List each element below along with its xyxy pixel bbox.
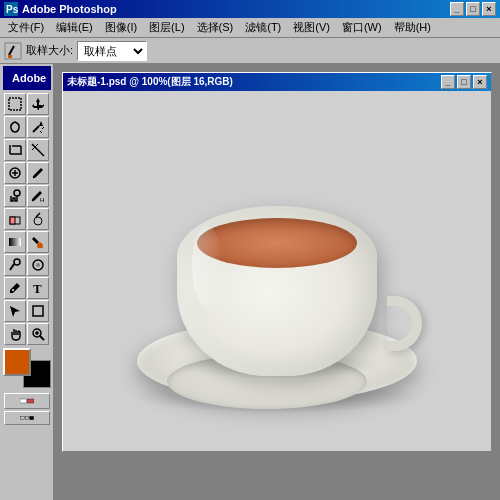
zoom-tool[interactable] <box>27 323 49 345</box>
sample-size-select[interactable]: 取样点 3×3平均 5×5平均 <box>77 41 147 61</box>
doc-title: 未标题-1.psd @ 100%(图层 16,RGB) <box>67 75 233 89</box>
menu-filter[interactable]: 滤镜(T) <box>239 18 287 37</box>
minimize-button[interactable]: _ <box>450 2 464 16</box>
tool-row-11 <box>4 323 49 345</box>
svg-line-11 <box>42 127 44 129</box>
svg-line-30 <box>10 264 14 270</box>
paint-bucket-tool[interactable] <box>27 231 49 253</box>
menu-bar: 文件(F) 编辑(E) 图像(I) 图层(L) 选择(S) 滤镜(T) 视图(V… <box>0 18 500 38</box>
maximize-button[interactable]: □ <box>466 2 480 16</box>
blur-tool[interactable] <box>27 254 49 276</box>
tool-row-5: H <box>4 185 49 207</box>
svg-point-32 <box>36 263 40 267</box>
svg-rect-28 <box>9 238 21 246</box>
gradient-tool[interactable] <box>4 231 26 253</box>
tool-row-2 <box>4 116 49 138</box>
svg-point-33 <box>12 289 15 292</box>
path-selection-tool[interactable] <box>4 300 26 322</box>
toolbox: Adobe <box>0 64 54 500</box>
tool-row-9: T <box>4 277 49 299</box>
cup-handle <box>387 296 422 351</box>
rectangular-marquee-tool[interactable] <box>4 93 26 115</box>
quick-mask-mode[interactable] <box>4 393 50 409</box>
svg-line-12 <box>40 131 42 133</box>
shape-tool[interactable] <box>27 300 49 322</box>
crop-tool[interactable] <box>4 139 26 161</box>
type-tool[interactable]: T <box>27 277 49 299</box>
close-button[interactable]: × <box>482 2 496 16</box>
menu-select[interactable]: 选择(S) <box>191 18 240 37</box>
tool-row-1 <box>4 93 49 115</box>
tool-row-6 <box>4 208 49 230</box>
foreground-color-swatch[interactable] <box>3 348 31 376</box>
app-title: Adobe Photoshop <box>22 3 117 15</box>
doc-minimize-button[interactable]: _ <box>441 75 455 89</box>
document-canvas <box>63 91 491 451</box>
svg-rect-7 <box>9 98 21 110</box>
svg-rect-4 <box>8 55 12 58</box>
app-title-bar: Ps Adobe Photoshop _ □ × <box>0 0 500 18</box>
menu-help[interactable]: 帮助(H) <box>388 18 437 37</box>
svg-line-17 <box>32 144 44 156</box>
svg-text:T: T <box>33 281 42 295</box>
svg-rect-41 <box>27 399 34 403</box>
svg-marker-8 <box>32 98 44 110</box>
svg-point-26 <box>34 217 42 225</box>
doc-title-bar: 未标题-1.psd @ 100%(图层 16,RGB) _ □ × <box>63 73 491 91</box>
eraser-tool[interactable] <box>4 208 26 230</box>
lasso-tool[interactable] <box>4 116 26 138</box>
clone-stamp-tool[interactable] <box>4 185 26 207</box>
svg-rect-35 <box>33 306 43 316</box>
sample-size-label: 取样大小: <box>26 43 73 58</box>
color-swatches[interactable] <box>3 348 51 388</box>
svg-point-29 <box>14 259 20 265</box>
main-area: Adobe <box>0 64 500 500</box>
magic-wand-tool[interactable] <box>27 116 49 138</box>
healing-brush-tool[interactable] <box>4 162 26 184</box>
hand-tool[interactable] <box>4 323 26 345</box>
pen-tool[interactable] <box>4 277 26 299</box>
tool-row-extra1 <box>4 393 50 409</box>
options-bar: 取样大小: 取样点 3×3平均 5×5平均 <box>0 38 500 64</box>
move-tool[interactable] <box>27 93 49 115</box>
svg-line-27 <box>36 213 40 217</box>
svg-text:Adobe: Adobe <box>12 72 46 84</box>
svg-line-37 <box>40 336 44 340</box>
tool-row-extra2 <box>4 411 50 425</box>
svg-rect-43 <box>25 416 28 419</box>
svg-rect-44 <box>29 416 33 419</box>
document-window: 未标题-1.psd @ 100%(图层 16,RGB) _ □ × <box>62 72 492 452</box>
svg-point-22 <box>14 190 20 196</box>
slice-tool[interactable] <box>27 139 49 161</box>
dodge-tool[interactable] <box>4 254 26 276</box>
doc-close-button[interactable]: × <box>473 75 487 89</box>
doc-maximize-button[interactable]: □ <box>457 75 471 89</box>
doc-title-buttons: _ □ × <box>441 75 487 89</box>
canvas-area: 未标题-1.psd @ 100%(图层 16,RGB) _ □ × <box>54 64 500 500</box>
svg-text:H: H <box>40 197 44 203</box>
menu-window[interactable]: 窗口(W) <box>336 18 388 37</box>
svg-rect-2 <box>5 43 21 59</box>
menu-image[interactable]: 图像(I) <box>99 18 143 37</box>
adobe-logo: Adobe <box>8 69 46 87</box>
svg-rect-42 <box>20 416 24 419</box>
svg-rect-40 <box>20 399 27 403</box>
menu-edit[interactable]: 编辑(E) <box>50 18 99 37</box>
tea-cup-illustration <box>127 121 427 421</box>
menu-file[interactable]: 文件(F) <box>2 18 50 37</box>
app-icon: Ps <box>4 2 18 16</box>
svg-rect-25 <box>10 217 15 224</box>
history-brush-tool[interactable]: H <box>27 185 49 207</box>
screen-mode[interactable] <box>4 411 50 425</box>
menu-layer[interactable]: 图层(L) <box>143 18 190 37</box>
tool-row-10 <box>4 300 49 322</box>
tool-row-7 <box>4 231 49 253</box>
svg-marker-10 <box>39 121 43 126</box>
background-eraser-tool[interactable] <box>27 208 49 230</box>
tool-row-3 <box>4 139 49 161</box>
tool-row-8 <box>4 254 49 276</box>
menu-view[interactable]: 视图(V) <box>287 18 336 37</box>
title-bar-buttons: _ □ × <box>450 2 496 16</box>
brush-tool[interactable] <box>27 162 49 184</box>
tool-row-4 <box>4 162 49 184</box>
